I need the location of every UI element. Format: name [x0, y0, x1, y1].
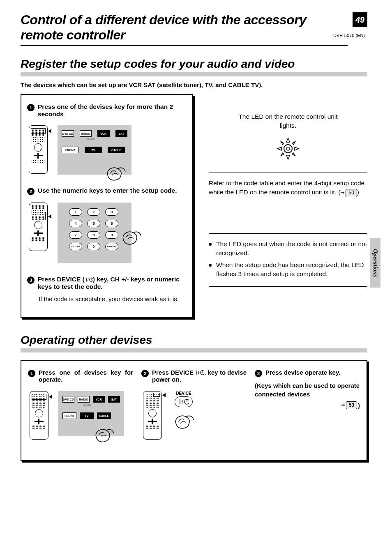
- operating-box: 1 Press one of devises key for operate. …: [21, 360, 367, 461]
- numkey-clear[interactable]: CLEAR: [69, 243, 82, 250]
- section2-heading: Operating other devises: [21, 334, 367, 352]
- numkey-3[interactable]: 3: [105, 208, 118, 216]
- numkey-8[interactable]: 8: [87, 231, 100, 239]
- device-label: DEVICE: [176, 391, 191, 396]
- page-number: 49: [355, 15, 364, 25]
- section1-heading: Register the setup codes for your audio …: [21, 58, 367, 76]
- step-badge-1: 1: [27, 104, 35, 111]
- hand-press-icon: [104, 163, 127, 184]
- section1-right-column: The LED on the remote control unit light…: [209, 94, 367, 318]
- step1-right-text: The LED on the remote control unit light…: [209, 112, 367, 131]
- remote-diagram-icon: [29, 125, 48, 174]
- side-tab-operations: Operations: [370, 238, 380, 288]
- key-vcr[interactable]: VCR: [93, 396, 105, 403]
- numkey-4[interactable]: 4: [69, 220, 82, 227]
- power-icon: /: [85, 277, 93, 282]
- numkey-0[interactable]: 0: [87, 243, 100, 250]
- op-step-2: 2 Press DEVICE /. key to devise power on…: [141, 369, 247, 440]
- numkey-9[interactable]: 9: [105, 231, 118, 239]
- band-label: BAND: [83, 403, 91, 406]
- hand-press-icon: [172, 411, 196, 433]
- svg-text:/: /: [182, 399, 183, 405]
- steps-box: 1 Press one of the devises key for more …: [21, 94, 193, 318]
- note-bullet: The LED goes out when the code is not co…: [209, 240, 367, 258]
- numkey-2[interactable]: 2: [87, 208, 100, 216]
- divider: [209, 233, 367, 234]
- key-sat[interactable]: SAT: [108, 396, 120, 403]
- step1-title: Press one of the devises key for more th…: [38, 103, 187, 118]
- svg-text:/: /: [88, 278, 89, 282]
- device-keys-pad: DVD CD RADIO VCR SAT BAND FRONT TV CABLE: [58, 391, 124, 436]
- section1-intro: The devices which can be set up are VCR …: [21, 81, 367, 88]
- key-radio[interactable]: RADIO: [78, 396, 90, 403]
- step-1: 1 Press one of the devises key for more …: [27, 103, 187, 175]
- keys-note: (Keys which can be used to operate conne…: [255, 381, 360, 410]
- key-cable[interactable]: CABLE: [97, 412, 111, 419]
- keys-note-text: (Keys which can be used to operate conne…: [255, 382, 360, 398]
- op-step-3: 3 Press devise operate key. (Keys which …: [255, 369, 360, 440]
- step2-title: Use the numeric keys to enter the setup …: [38, 187, 187, 195]
- svg-text:/: /: [198, 370, 200, 375]
- op-step2-title-a: Press DEVICE: [152, 369, 195, 376]
- page-ref-box: 53: [346, 401, 357, 409]
- power-icon: /: [195, 370, 204, 375]
- key-front[interactable]: FRONT: [62, 412, 76, 419]
- page-ref-box: 50: [346, 189, 357, 197]
- key-radio[interactable]: RADIO: [80, 130, 92, 137]
- step-badge-1: 1: [28, 370, 35, 377]
- step-badge-2: 2: [141, 370, 149, 377]
- side-tab-label: Operations: [372, 249, 379, 277]
- device-power-button: DEVICE /: [172, 391, 196, 433]
- key-tv[interactable]: TV: [85, 147, 102, 153]
- remote-diagram-icon: [143, 391, 162, 440]
- op-step3-title: Press devise operate key.: [265, 369, 360, 377]
- op-step1-title: Press one of devises key for operate.: [39, 369, 133, 383]
- step-2: 2 Use the numeric keys to enter the setu…: [27, 187, 187, 263]
- remote-diagram-icon: [29, 203, 48, 251]
- step-badge-3: 3: [27, 276, 35, 284]
- key-dvdcd[interactable]: DVD CD: [62, 130, 74, 137]
- page-number-tab: 49: [353, 12, 367, 27]
- hand-press-icon: [119, 227, 143, 249]
- numkey-5[interactable]: 5: [87, 220, 100, 227]
- device-button[interactable]: /: [175, 396, 193, 407]
- step-badge-3: 3: [255, 370, 262, 377]
- numkey-1[interactable]: 1: [69, 208, 82, 216]
- page-title: Control of a different device with the a…: [21, 12, 348, 46]
- remote-diagram-icon: [30, 391, 48, 440]
- hand-press-icon: [92, 425, 116, 446]
- note-bullet: When the setup code has been recognized,…: [209, 260, 367, 279]
- op-step2-title: Press DEVICE /. key to devise power on.: [152, 369, 247, 383]
- key-sat[interactable]: SAT: [115, 130, 128, 137]
- document-id: DVR-5070 (EN): [333, 33, 365, 38]
- step3-body: If the code is acceptable, your devices …: [39, 295, 187, 303]
- page-ref-50: ➞50: [340, 189, 357, 197]
- key-tv[interactable]: TV: [80, 412, 94, 419]
- page-ref-53: ➞53: [341, 401, 357, 410]
- divider: [209, 286, 367, 287]
- step-3: 3 Press DEVICE (/) key, CH +/- keys or n…: [27, 276, 187, 303]
- step-badge-2: 2: [27, 188, 35, 195]
- band-label: BAND: [87, 138, 95, 140]
- key-front[interactable]: FRONT: [62, 147, 79, 153]
- step2-right-text-b: ): [357, 189, 359, 196]
- divider: [209, 173, 367, 173]
- key-cable[interactable]: CABLE: [108, 147, 125, 153]
- notes-list: The LED goes out when the code is not co…: [209, 240, 367, 279]
- op-step-1: 1 Press one of devises key for operate. …: [28, 369, 133, 440]
- numkey-7[interactable]: 7: [69, 231, 82, 239]
- numeric-keypad: 1 2 3 4 5 6 7 8 9 CLEAR 0 P.MODE: [58, 203, 131, 263]
- power-icon: /: [178, 398, 189, 405]
- numkey-pmode[interactable]: P.MODE: [105, 243, 118, 250]
- key-dvdcd[interactable]: DVD CD: [62, 396, 74, 403]
- keys-note-close: ): [358, 401, 360, 410]
- step2-right-text: Refer to the code table and enter the 4-…: [209, 179, 367, 197]
- key-vcr[interactable]: VCR: [97, 130, 110, 137]
- led-light-icon: [209, 136, 367, 161]
- step3-title: Press DEVICE (/) key, CH +/- keys or num…: [38, 276, 187, 290]
- numkey-6[interactable]: 6: [105, 220, 118, 227]
- device-keys-pad: DVD CD RADIO VCR SAT BAND FRONT TV CABLE: [58, 125, 131, 175]
